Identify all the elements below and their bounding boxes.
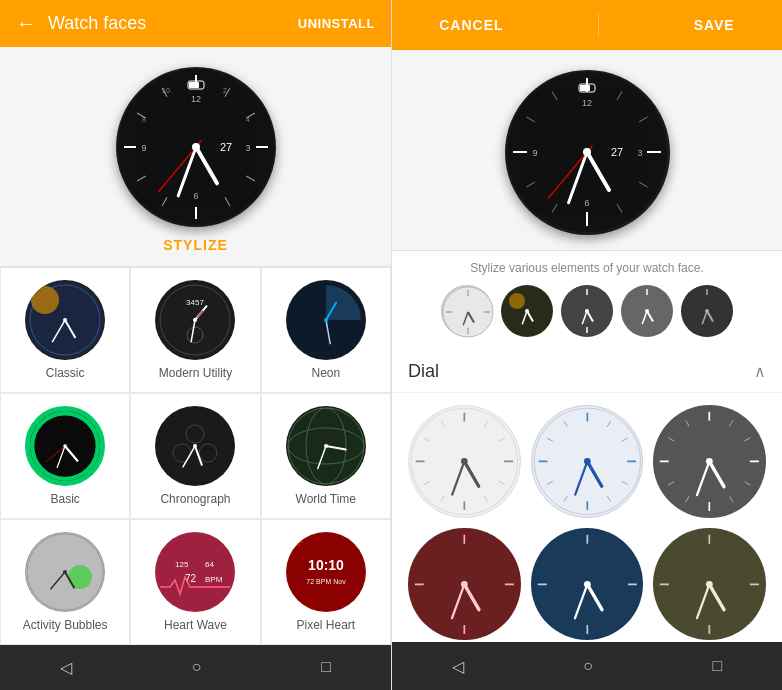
svg-point-190 — [461, 581, 468, 588]
cancel-button[interactable]: CANCEL — [439, 17, 503, 33]
svg-rect-82 — [297, 543, 300, 546]
svg-point-206 — [706, 581, 713, 588]
svg-point-150 — [461, 458, 468, 465]
style-option-2[interactable] — [501, 285, 553, 337]
stylize-section: Stylize various elements of your watch f… — [392, 250, 782, 347]
svg-rect-97 — [580, 85, 590, 91]
dial-option-white[interactable] — [408, 405, 521, 518]
dial-option-olive[interactable] — [653, 528, 766, 641]
dial-option-navy[interactable] — [531, 528, 644, 641]
svg-point-115 — [509, 293, 525, 309]
watch-item-pixel-heart[interactable]: 10:10 72 BPM Nov Pixel Heart — [261, 519, 391, 645]
face-activity-label: Activity Bubbles — [23, 618, 108, 632]
dial-chevron-icon[interactable]: ∧ — [754, 362, 766, 381]
svg-text:9: 9 — [141, 143, 146, 153]
face-chronograph — [155, 406, 235, 486]
svg-point-166 — [584, 458, 591, 465]
svg-text:12: 12 — [581, 98, 591, 108]
style-option-3[interactable] — [561, 285, 613, 337]
home-nav-icon[interactable]: ○ — [192, 658, 202, 676]
face-world-time — [286, 406, 366, 486]
svg-text:27: 27 — [219, 141, 231, 153]
home-nav-right-icon[interactable]: ○ — [583, 657, 593, 675]
svg-point-30 — [31, 286, 59, 314]
svg-point-182 — [706, 458, 713, 465]
left-nav-bar: ◁ ○ □ — [0, 645, 391, 690]
svg-text:10:10: 10:10 — [308, 557, 344, 573]
dial-option-blue[interactable] — [531, 405, 644, 518]
svg-point-198 — [584, 581, 591, 588]
right-nav-bar: ◁ ○ □ — [392, 642, 782, 690]
face-activity-bubbles — [25, 532, 105, 612]
svg-rect-80 — [300, 540, 303, 543]
dial-option-dark[interactable] — [653, 405, 766, 518]
watch-item-world-time[interactable]: World Time — [261, 393, 391, 519]
watch-preview-right: 27 12 6 9 3 — [392, 50, 782, 250]
svg-text:3: 3 — [637, 148, 642, 158]
svg-text:6: 6 — [193, 191, 198, 201]
watch-face-preview-large: 27 12 6 9 3 10 8 2 4 — [116, 67, 276, 227]
svg-rect-79 — [294, 540, 297, 543]
watch-item-modern-utility[interactable]: 3457 Modern Utility — [130, 267, 260, 393]
svg-point-41 — [193, 318, 197, 322]
face-world-label: World Time — [296, 492, 356, 506]
watch-item-basic[interactable]: Basic — [0, 393, 130, 519]
face-basic — [25, 406, 105, 486]
watch-item-heart-wave[interactable]: 125 64 72 BPM Heart Wave — [130, 519, 260, 645]
svg-text:10: 10 — [162, 87, 170, 94]
svg-point-134 — [705, 309, 709, 313]
svg-text:8: 8 — [142, 116, 146, 123]
recents-nav-icon[interactable]: □ — [321, 658, 331, 676]
back-nav-right-icon[interactable]: ◁ — [452, 657, 464, 676]
svg-point-129 — [645, 309, 649, 313]
face-neon-label: Neon — [311, 366, 340, 380]
svg-text:64: 64 — [205, 560, 214, 569]
svg-text:9: 9 — [532, 148, 537, 158]
svg-point-64 — [324, 444, 328, 448]
back-nav-icon[interactable]: ◁ — [60, 658, 72, 677]
svg-text:12: 12 — [190, 94, 200, 104]
back-button[interactable]: ← — [16, 12, 36, 35]
svg-point-106 — [583, 148, 591, 156]
dial-section: Dial ∧ — [392, 347, 782, 642]
svg-point-71 — [156, 533, 234, 611]
face-neon — [286, 280, 366, 360]
svg-point-70 — [63, 570, 67, 574]
watch-item-neon[interactable]: Neon — [261, 267, 391, 393]
dial-header: Dial ∧ — [392, 347, 782, 393]
style-option-1[interactable] — [441, 285, 493, 337]
svg-point-19 — [192, 143, 200, 151]
stylize-hint-text: Stylize various elements of your watch f… — [408, 261, 766, 275]
svg-point-118 — [525, 309, 529, 313]
svg-text:3: 3 — [245, 143, 250, 153]
stylize-label[interactable]: STYLIZE — [163, 237, 228, 253]
face-chronograph-label: Chronograph — [160, 492, 230, 506]
svg-text:125: 125 — [175, 560, 189, 569]
svg-text:4: 4 — [246, 116, 250, 123]
watch-face-grid: Classic 3457 Modern Utility — [0, 266, 391, 645]
svg-point-57 — [193, 444, 197, 448]
page-title: Watch faces — [48, 13, 146, 34]
dial-title: Dial — [408, 361, 439, 382]
dial-options-grid — [392, 393, 782, 642]
right-panel: CANCEL SAVE — [391, 0, 782, 690]
save-button[interactable]: SAVE — [694, 17, 735, 33]
face-classic — [25, 280, 105, 360]
style-option-4[interactable] — [621, 285, 673, 337]
svg-point-33 — [63, 318, 67, 322]
left-header: ← Watch faces UNINSTALL — [0, 0, 391, 47]
style-option-5[interactable] — [681, 285, 733, 337]
svg-point-50 — [63, 444, 67, 448]
svg-text:2: 2 — [223, 87, 227, 94]
uninstall-button[interactable]: UNINSTALL — [298, 16, 375, 31]
watch-item-activity-bubbles[interactable]: Activity Bubbles — [0, 519, 130, 645]
watch-item-classic[interactable]: Classic — [0, 267, 130, 393]
watch-item-chronograph[interactable]: Chronograph — [130, 393, 260, 519]
face-classic-label: Classic — [46, 366, 85, 380]
recents-nav-right-icon[interactable]: □ — [713, 657, 723, 675]
face-modern-label: Modern Utility — [159, 366, 232, 380]
svg-rect-81 — [297, 537, 300, 540]
watch-preview-left: 27 12 6 9 3 10 8 2 4 STYLIZE — [0, 47, 391, 266]
dial-option-darkred[interactable] — [408, 528, 521, 641]
right-header: CANCEL SAVE — [392, 0, 782, 50]
